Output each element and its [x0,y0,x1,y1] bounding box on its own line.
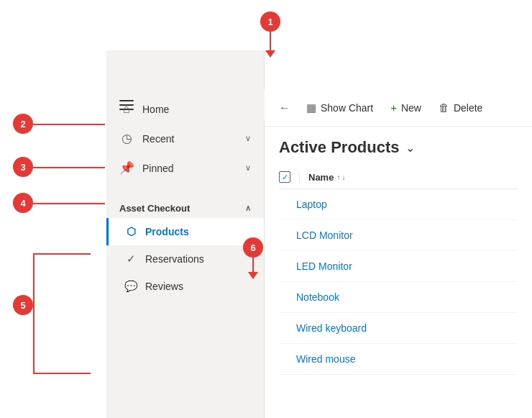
delete-button[interactable]: 🗑 Delete [431,97,490,118]
row-name-lcd-monitor: LCD Monitor [279,230,353,241]
row-name-laptop: Laptop [279,199,327,210]
sidebar-reservations-label: Reservations [145,253,204,265]
sidebar-recent-label: Recent [142,133,237,145]
sort-asc-icon: ↑ [336,173,340,181]
sidebar-pinned-label: Pinned [142,163,237,174]
table-body: Laptop LCD Monitor LED Monitor Notebook … [279,189,518,375]
annotation-6-arrow [248,272,258,279]
sidebar-item-pinned[interactable]: 📌 Pinned ∨ [106,153,264,183]
name-column-label: Name [308,172,334,183]
table-row[interactable]: LCD Monitor [279,220,518,251]
pinned-chevron-icon: ∨ [245,163,251,173]
row-name-led-monitor: LED Monitor [279,260,352,272]
annotation-5-line-top [33,253,91,255]
new-button[interactable]: + New [383,97,428,118]
show-chart-button[interactable]: ▦ Show Chart [299,97,380,119]
sidebar-home-label: Home [142,104,251,115]
products-icon: ⬡ [124,225,138,238]
sort-icons: ↑ ↓ [336,173,345,181]
sidebar-products-label: Products [145,226,189,237]
sort-desc-icon: ↓ [341,173,345,181]
table-row[interactable]: Laptop [279,189,518,220]
annotation-5-line-vert [33,253,35,374]
section-header-asset-checkout[interactable]: Asset Checkout ∧ [106,194,264,218]
annotation-4: 4 [13,193,33,213]
select-all-checkbox[interactable]: ✓ [279,171,290,183]
content-header: Active Products ⌄ [279,138,518,157]
table-row[interactable]: Wired mouse [279,344,518,375]
reservations-icon: ✓ [124,253,138,265]
annotation-5-line-bottom [33,373,91,374]
delete-icon: 🗑 [439,101,449,114]
annotation-6: 6 [243,237,263,258]
table-header: ✓ Name ↑ ↓ [279,165,518,189]
sidebar-item-reviews[interactable]: 💬 Reviews [106,273,264,300]
sidebar-item-products[interactable]: ⬡ Products [106,218,264,245]
annotation-1-arrow [265,50,275,58]
annotation-3: 3 [13,157,33,177]
row-name-notebook: Notebook [279,291,339,303]
section-title: Asset Checkout [119,203,190,214]
sidebar: ⌂ Home ◷ Recent ∨ 📌 Pinned ∨ Asset Check… [106,50,265,418]
table-row[interactable]: Wired keyboard [279,313,518,344]
annotation-3-line [33,167,105,168]
new-icon: + [390,101,397,114]
annotation-1-line [270,32,271,52]
show-chart-label: Show Chart [321,102,373,114]
sidebar-item-reservations[interactable]: ✓ Reservations [106,245,264,273]
toolbar: ← ▦ Show Chart + New 🗑 Delete [265,89,532,127]
table-row[interactable]: Notebook [279,282,518,313]
sidebar-reviews-label: Reviews [145,281,183,292]
sidebar-nav: ⌂ Home ◷ Recent ∨ 📌 Pinned ∨ Asset Check… [106,89,264,306]
row-name-wired-mouse: Wired mouse [279,353,355,365]
section-chevron-icon: ∧ [245,204,251,213]
sidebar-item-home[interactable]: ⌂ Home [106,95,264,124]
content-title: Active Products [279,138,400,157]
main-content: ← ▦ Show Chart + New 🗑 Delete Active Pro… [265,50,532,418]
home-icon: ⌂ [119,102,134,117]
chart-icon: ▦ [306,101,316,114]
annotation-1: 1 [260,12,280,32]
recent-chevron-icon: ∨ [245,134,251,143]
back-button[interactable]: ← [273,97,296,119]
content-title-chevron-icon[interactable]: ⌄ [405,141,415,155]
delete-label: Delete [454,102,482,114]
annotation-2-line [33,124,105,125]
pinned-icon: 📌 [119,160,134,176]
content-area: Active Products ⌄ ✓ Name ↑ ↓ Laptop LCD … [265,127,532,375]
sidebar-item-recent[interactable]: ◷ Recent ∨ [106,124,264,153]
name-column-header[interactable]: Name ↑ ↓ [308,172,345,183]
annotation-4-line [33,203,105,204]
annotation-6-line [252,258,254,273]
annotation-5: 5 [13,295,33,315]
reviews-icon: 💬 [124,280,138,293]
table-row[interactable]: LED Monitor [279,251,518,282]
new-label: New [401,102,421,114]
row-name-wired-keyboard: Wired keyboard [279,322,367,334]
annotation-2: 2 [13,114,33,134]
recent-icon: ◷ [119,131,134,146]
